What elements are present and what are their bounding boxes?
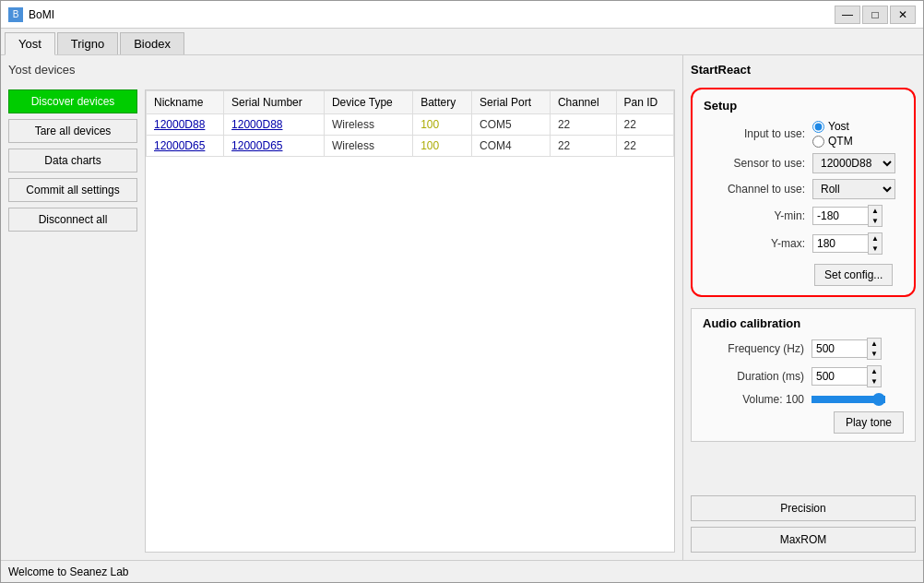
col-device-type: Device Type — [324, 91, 412, 114]
channel-to-use-row: Channel to use: Roll — [704, 179, 903, 199]
maxrom-button[interactable]: MaxROM — [691, 527, 916, 553]
col-battery: Battery — [413, 91, 472, 114]
status-bar: Welcome to Seanez Lab — [1, 560, 923, 582]
duration-up-button[interactable]: ▲ — [868, 366, 881, 376]
tab-biodex[interactable]: Biodex — [120, 32, 184, 54]
device-type-2: Wireless — [324, 136, 412, 157]
pan-id-2: 22 — [616, 136, 673, 157]
pan-id-1: 22 — [616, 114, 673, 136]
sensor-to-use-row: Sensor to use: 12000D88 — [704, 153, 903, 173]
duration-down-button[interactable]: ▼ — [868, 376, 881, 387]
radio-qtm[interactable]: QTM — [812, 135, 853, 148]
status-message: Welcome to Seanez Lab — [8, 565, 129, 578]
tare-button[interactable]: Tare all devices — [8, 119, 137, 143]
volume-label: Volume: 100 — [703, 393, 804, 406]
col-serial-port: Serial Port — [472, 91, 551, 114]
freq-up-button[interactable]: ▲ — [868, 339, 881, 349]
serial-2[interactable]: 12000D65 — [224, 136, 325, 157]
ymin-up-button[interactable]: ▲ — [869, 206, 882, 216]
sensor-select[interactable]: 12000D88 — [812, 153, 895, 173]
col-serial: Serial Number — [224, 91, 325, 114]
battery-2: 100 — [413, 136, 472, 157]
volume-value: 100 — [786, 393, 804, 406]
nickname-2[interactable]: 12000D65 — [147, 136, 224, 157]
duration-row: Duration (ms) ▲ ▼ — [703, 365, 904, 387]
window-title: BoMI — [29, 8, 835, 21]
app-icon: B — [8, 7, 23, 22]
minimize-button[interactable]: — — [835, 6, 860, 24]
ymin-spin-buttons: ▲ ▼ — [868, 205, 883, 227]
ymin-label: Y-min: — [704, 209, 805, 222]
audio-title: Audio calibration — [703, 316, 904, 330]
serial-port-1: COM5 — [472, 114, 551, 136]
close-button[interactable]: ✕ — [890, 6, 916, 24]
col-channel: Channel — [550, 91, 616, 114]
device-type-1: Wireless — [324, 114, 412, 136]
input-label: Input to use: — [704, 127, 805, 140]
frequency-row: Frequency (Hz) ▲ ▼ — [703, 338, 904, 360]
channel-label: Channel to use: — [704, 183, 805, 196]
ymax-row: Y-max: 180 ▲ ▼ — [704, 232, 903, 255]
disconnect-button[interactable]: Disconnect all — [8, 208, 137, 232]
serial-port-2: COM4 — [472, 136, 551, 157]
left-layout: Discover devices Tare all devices Data c… — [8, 82, 675, 553]
right-panel: StartReact Setup Input to use: Yost QTM — [682, 55, 923, 560]
table-row: 12000D88 12000D88 Wireless 100 COM5 22 2… — [147, 114, 674, 136]
ymin-input[interactable]: -180 — [812, 207, 868, 225]
ymin-row: Y-min: -180 ▲ ▼ — [704, 205, 903, 227]
serial-1[interactable]: 12000D88 — [224, 114, 325, 136]
ymax-input[interactable]: 180 — [812, 234, 868, 253]
discover-button[interactable]: Discover devices — [8, 89, 137, 113]
tab-yost[interactable]: Yost — [5, 32, 55, 55]
maximize-button[interactable]: □ — [862, 6, 888, 24]
ymax-up-button[interactable]: ▲ — [869, 233, 882, 244]
bottom-buttons: Precision MaxROM — [691, 495, 916, 553]
ymax-down-button[interactable]: ▼ — [869, 244, 882, 254]
ymax-spin-buttons: ▲ ▼ — [868, 232, 883, 255]
radio-qtm-label: QTM — [828, 135, 853, 148]
radio-yost-input[interactable] — [812, 121, 824, 133]
volume-slider[interactable] — [811, 396, 885, 403]
duration-spinner: ▲ ▼ — [811, 365, 882, 387]
setup-box: Setup Input to use: Yost QTM — [691, 88, 916, 297]
tab-trigno[interactable]: Trigno — [57, 32, 118, 54]
freq-spin-buttons: ▲ ▼ — [867, 338, 882, 360]
channel-1: 22 — [550, 114, 616, 136]
radio-group-input: Yost QTM — [812, 120, 853, 148]
channel-select[interactable]: Roll — [812, 179, 895, 199]
play-tone-button[interactable]: Play tone — [834, 411, 904, 434]
charts-button[interactable]: Data charts — [8, 149, 137, 173]
setup-title: Setup — [704, 99, 903, 113]
main-window: B BoMI — □ ✕ Yost Trigno Biodex Yost dev… — [0, 0, 924, 583]
freq-down-button[interactable]: ▼ — [868, 349, 881, 359]
sensor-label: Sensor to use: — [704, 157, 805, 170]
nickname-1[interactable]: 12000D88 — [147, 114, 224, 136]
section-title: Yost devices — [8, 63, 675, 77]
volume-row: Volume: 100 — [703, 393, 904, 406]
left-buttons: Discover devices Tare all devices Data c… — [8, 82, 137, 553]
ymax-label: Y-max: — [704, 237, 805, 250]
radio-qtm-input[interactable] — [812, 136, 824, 148]
left-panel: Yost devices Discover devices Tare all d… — [1, 55, 682, 560]
table-row: 12000D65 12000D65 Wireless 100 COM4 22 2… — [147, 136, 674, 157]
duration-label: Duration (ms) — [703, 370, 804, 383]
device-table-wrapper: Nickname Serial Number Device Type Batte… — [145, 89, 675, 553]
device-table: Nickname Serial Number Device Type Batte… — [146, 90, 674, 157]
duration-spin-buttons: ▲ ▼ — [867, 365, 882, 387]
freq-input[interactable] — [811, 339, 867, 358]
battery-1: 100 — [413, 114, 472, 136]
window-controls: — □ ✕ — [835, 6, 916, 24]
ymin-spinner: -180 ▲ ▼ — [812, 205, 883, 227]
commit-button[interactable]: Commit all settings — [8, 178, 137, 202]
input-to-use-row: Input to use: Yost QTM — [704, 120, 903, 148]
title-bar: B BoMI — □ ✕ — [1, 1, 923, 29]
ymin-down-button[interactable]: ▼ — [869, 216, 882, 226]
radio-yost-label: Yost — [828, 120, 849, 133]
freq-label: Frequency (Hz) — [703, 342, 804, 355]
col-pan-id: Pan ID — [616, 91, 673, 114]
precision-button[interactable]: Precision — [691, 495, 916, 521]
duration-input[interactable] — [811, 367, 867, 386]
radio-yost[interactable]: Yost — [812, 120, 853, 133]
set-config-button[interactable]: Set config... — [814, 264, 893, 286]
ymax-spinner: 180 ▲ ▼ — [812, 232, 883, 255]
